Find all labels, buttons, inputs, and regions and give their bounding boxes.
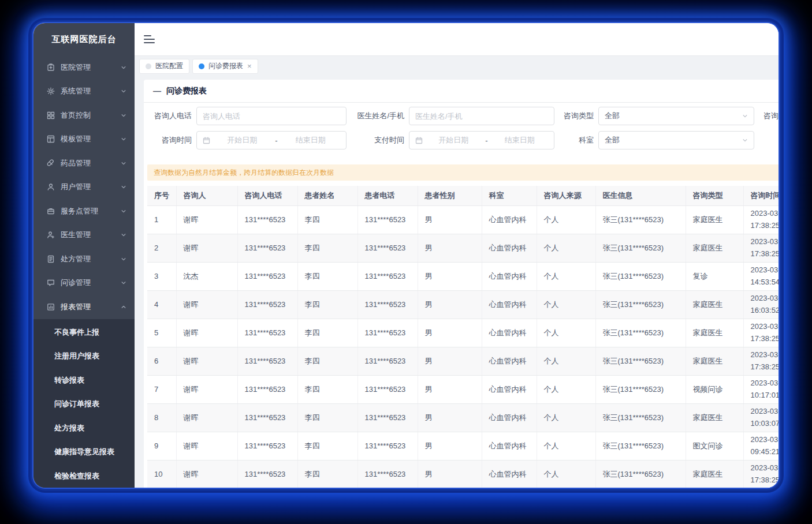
cell-gender: 男 <box>418 403 482 432</box>
cell-dept: 心血管内科 <box>482 262 537 290</box>
sidebar-item[interactable]: 服务点管理 <box>33 199 135 223</box>
cell-patient: 李四 <box>297 319 357 347</box>
close-icon[interactable]: × <box>247 62 252 70</box>
chevron-down-icon <box>121 136 126 142</box>
sidebar-menu: 医院管理系统管理首页控制模板管理药品管理用户管理服务点管理医生管理处方管理问诊管… <box>33 55 135 319</box>
tab-active[interactable]: 问诊费报表× <box>192 59 258 74</box>
table-row: 4谢晖131****6523李四131****6523男心血管内科个人张三(13… <box>147 290 779 319</box>
consult-time-daterange[interactable]: 开始日期-结束日期 <box>196 131 347 149</box>
column-header: 患者性别 <box>418 186 482 205</box>
cell-gender: 男 <box>418 460 482 488</box>
sidebar-item[interactable]: 药品管理 <box>33 151 135 175</box>
column-header: 咨询人 <box>176 186 237 205</box>
pay-time-daterange[interactable]: 开始日期-结束日期 <box>409 131 554 149</box>
filter-item-pay-time: 支付时间开始日期-结束日期 <box>356 131 554 149</box>
cell-consult-time: 2023-03-009:45:21 <box>743 432 779 460</box>
sidebar-item[interactable]: 医生管理 <box>33 223 135 248</box>
prescription-icon <box>46 254 55 264</box>
sidebar-subitem[interactable]: 检验检查报表 <box>33 464 135 488</box>
cell-no: 8 <box>147 403 176 432</box>
sidebar-item[interactable]: 模板管理 <box>33 128 135 152</box>
column-header: 序号 <box>147 186 176 205</box>
cell-source: 个人 <box>537 403 595 432</box>
sidebar-item-label: 药品管理 <box>61 158 121 169</box>
consult-type-select[interactable]: 全部 <box>598 107 754 125</box>
filter-item-consult-time: 咨询时间开始日期-结束日期 <box>154 131 347 149</box>
cell-no: 6 <box>147 347 176 375</box>
cell-patient-phone: 131****6523 <box>357 375 418 403</box>
cell-consultant: 沈杰 <box>176 262 237 290</box>
cell-dept: 心血管内科 <box>482 460 537 488</box>
consult-clock: 17:38:25 <box>751 361 779 373</box>
cell-patient-phone: 131****6523 <box>357 319 418 347</box>
sidebar-item[interactable]: 系统管理 <box>33 80 135 104</box>
department-select[interactable]: 全部 <box>598 131 754 149</box>
cell-patient-phone: 131****6523 <box>357 460 418 488</box>
cell-gender: 男 <box>418 347 482 375</box>
consult-date: 2023-03-0 <box>751 321 779 332</box>
card-header: — 问诊费报表 <box>144 80 779 103</box>
cell-patient-phone: 131****6523 <box>357 403 418 432</box>
chevron-down-icon <box>121 88 126 94</box>
cell-dept: 心血管内科 <box>482 375 537 403</box>
cell-doctor: 张三(131****6523) <box>595 460 686 488</box>
tab-inactive[interactable]: 医院配置 <box>139 59 189 74</box>
sidebar-subitem[interactable]: 转诊报表 <box>33 368 135 392</box>
consultant-phone-input[interactable] <box>196 107 347 125</box>
sidebar-item[interactable]: 医院管理 <box>33 55 135 80</box>
cell-source: 个人 <box>537 375 595 403</box>
cell-consultant-phone: 131****6523 <box>237 347 297 375</box>
column-header: 咨询人来源 <box>537 186 595 205</box>
cell-no: 4 <box>147 290 176 319</box>
cell-type: 视频问诊 <box>686 375 743 403</box>
cell-doctor: 张三(131****6523) <box>595 262 686 290</box>
report-table-wrap: 序号咨询人咨询人电话患者姓名患者电话患者性别科室咨询人来源医生信息咨询类型咨询时… <box>147 186 779 488</box>
cell-type: 图文问诊 <box>686 432 743 460</box>
consult-clock: 10:17:01 <box>751 390 779 401</box>
sidebar-subitem[interactable]: 处方报表 <box>33 416 135 440</box>
menu-collapse-icon[interactable] <box>144 35 155 44</box>
content-area: — 问诊费报表 咨询人电话医生姓名/手机咨询类型全部咨询人咨询时间开始日期-结束… <box>135 76 779 488</box>
cell-consultant: 谢晖 <box>176 375 237 403</box>
cell-type: 复诊 <box>686 262 743 290</box>
table-header-row: 序号咨询人咨询人电话患者姓名患者电话患者性别科室咨询人来源医生信息咨询类型咨询时… <box>147 186 779 205</box>
sidebar-subitem[interactable]: 健康指导意见报表 <box>33 440 135 464</box>
sidebar-item-label: 模板管理 <box>61 134 121 144</box>
chevron-down-icon <box>121 280 126 286</box>
chevron-down-icon <box>121 184 126 190</box>
cell-source: 个人 <box>537 319 595 347</box>
cell-gender: 男 <box>418 234 482 262</box>
sidebar-item[interactable]: 报表管理 <box>33 295 135 319</box>
cell-consultant-phone: 131****6523 <box>237 432 297 460</box>
sidebar-item[interactable]: 处方管理 <box>33 247 135 271</box>
cell-consult-time: 2023-03-017:38:25 <box>743 347 779 375</box>
column-header: 医生信息 <box>595 186 686 205</box>
sidebar-item[interactable]: 用户管理 <box>33 175 135 200</box>
cell-patient: 李四 <box>297 460 357 488</box>
table-row: 6谢晖131****6523李四131****6523男心血管内科个人张三(13… <box>147 347 779 375</box>
doctor-name-phone-input[interactable] <box>409 107 554 125</box>
chevron-down-icon <box>121 113 126 118</box>
filter-item-department: 科室全部 <box>564 131 754 149</box>
sidebar-subitem[interactable]: 注册用户报表 <box>33 344 135 368</box>
template-icon <box>46 134 55 144</box>
tab-bar: 医院配置问诊费报表× <box>135 55 779 76</box>
consult-date: 2023-03-0 <box>751 236 779 248</box>
sidebar-item[interactable]: 首页控制 <box>33 103 135 128</box>
cell-patient-phone: 131****6523 <box>357 234 418 262</box>
cell-source: 个人 <box>537 460 595 488</box>
sidebar-item[interactable]: 问诊管理 <box>33 271 135 295</box>
collapse-dash-icon[interactable]: — <box>153 87 161 96</box>
consult-date: 2023-03-0 <box>751 293 779 304</box>
chevron-down-icon <box>121 232 126 238</box>
calendar-icon <box>203 137 210 144</box>
chevron-down-icon <box>121 208 126 214</box>
filter-label: 科室 <box>564 135 594 145</box>
consult-clock: 10:03:07 <box>751 418 779 429</box>
sidebar-subitem[interactable]: 不良事件上报 <box>33 320 135 345</box>
cell-consult-time: 2023-03-017:38:25 <box>743 205 779 234</box>
sidebar-subitem[interactable]: 问诊订单报表 <box>33 392 135 416</box>
chevron-up-icon <box>121 304 126 310</box>
sidebar-item-label: 系统管理 <box>61 86 121 96</box>
filter-label: 咨询类型 <box>564 111 594 121</box>
